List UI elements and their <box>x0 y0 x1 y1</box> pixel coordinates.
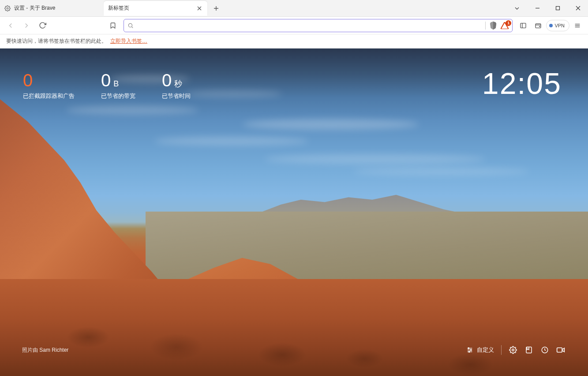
stat-bandwidth-label: 已节省的带宽 <box>101 92 135 100</box>
stat-bandwidth: 0 B 已节省的带宽 <box>101 71 135 100</box>
back-button[interactable] <box>4 19 18 33</box>
bookmark-button[interactable] <box>106 19 120 33</box>
tab-new-tab[interactable]: 新标签页 <box>104 1 207 16</box>
url-bar[interactable]: 1 <box>124 19 513 32</box>
maximize-button[interactable] <box>547 1 568 15</box>
stat-time-value: 0 <box>162 71 172 90</box>
svg-point-0 <box>7 7 8 9</box>
svg-point-14 <box>470 350 472 351</box>
stats-row: 0 已拦截跟踪器和广告 0 B 已节省的带宽 0 秒 已节省时间 <box>23 71 191 100</box>
new-tab-button[interactable] <box>210 2 222 15</box>
svg-point-16 <box>512 349 514 351</box>
brave-shield-icon[interactable] <box>489 21 497 30</box>
footer-icons <box>509 346 565 354</box>
vpn-label: VPN <box>554 23 565 28</box>
svg-rect-3 <box>521 23 526 28</box>
svg-point-13 <box>468 348 469 349</box>
vpn-button[interactable]: VPN <box>546 20 569 31</box>
stat-trackers: 0 已拦截跟踪器和广告 <box>23 71 75 100</box>
vpn-status-dot <box>549 24 553 27</box>
tab-bar: 设置 - 关于 Brave 新标签页 <box>0 0 588 17</box>
tab-settings[interactable]: 设置 - 关于 Brave <box>0 1 104 16</box>
svg-rect-1 <box>556 7 559 10</box>
bookmark-bar: 要快速访问，请将书签放在书签栏的此处。 立即导入书签… <box>0 34 588 48</box>
reload-button[interactable] <box>35 19 49 33</box>
svg-rect-5 <box>536 24 541 28</box>
brave-talk-icon[interactable] <box>556 346 565 354</box>
gear-icon <box>4 5 11 11</box>
toolbar-right: VPN <box>516 19 584 32</box>
svg-point-2 <box>128 23 132 27</box>
svg-rect-19 <box>557 348 562 352</box>
toolbar: 1 VPN <box>0 17 588 34</box>
tab-title: 设置 - 关于 Brave <box>14 4 55 12</box>
photo-credit[interactable]: 照片由 Sam Richter <box>22 346 68 354</box>
stat-time-label: 已节省时间 <box>162 92 191 100</box>
ntp-footer: 自定义 <box>466 345 565 355</box>
window-controls <box>507 0 588 16</box>
close-icon[interactable] <box>196 5 203 12</box>
sidebar-toggle-button[interactable] <box>516 19 530 32</box>
import-bookmarks-link[interactable]: 立即导入书签… <box>110 37 147 45</box>
tab-search-button[interactable] <box>507 1 527 15</box>
forward-button[interactable] <box>19 19 34 33</box>
settings-icon[interactable] <box>509 346 517 354</box>
bookmark-hint: 要快速访问，请将书签放在书签栏的此处。 <box>6 37 107 45</box>
stat-trackers-value: 0 <box>23 71 33 90</box>
svg-point-15 <box>468 351 470 353</box>
customize-label: 自定义 <box>477 346 494 354</box>
tab-title: 新标签页 <box>108 4 129 12</box>
rewards-badge: 1 <box>506 20 511 26</box>
stat-bandwidth-value: 0 <box>101 71 111 90</box>
stat-time: 0 秒 已节省时间 <box>162 71 191 100</box>
divider <box>501 345 502 355</box>
customize-button[interactable]: 自定义 <box>466 346 494 354</box>
background-rock-bottom <box>0 279 588 376</box>
stat-bandwidth-unit: B <box>113 79 119 89</box>
menu-button[interactable] <box>570 19 584 32</box>
close-window-button[interactable] <box>568 1 588 15</box>
sliders-icon <box>466 346 473 354</box>
search-icon <box>127 22 134 29</box>
svg-point-6 <box>539 26 540 26</box>
stat-trackers-label: 已拦截跟踪器和广告 <box>23 92 75 100</box>
url-input[interactable] <box>137 19 482 32</box>
clock: 12:05 <box>482 66 562 101</box>
stat-time-unit: 秒 <box>174 78 182 89</box>
wallet-button[interactable] <box>531 19 545 32</box>
brave-rewards-icon[interactable]: 1 <box>501 22 509 29</box>
minimize-button[interactable] <box>527 1 547 15</box>
bookmarks-icon[interactable] <box>524 346 533 354</box>
new-tab-page: 0 已拦截跟踪器和广告 0 B 已节省的带宽 0 秒 已节省时间 12:05 照… <box>0 48 588 376</box>
divider <box>485 22 486 30</box>
history-icon[interactable] <box>540 346 549 354</box>
